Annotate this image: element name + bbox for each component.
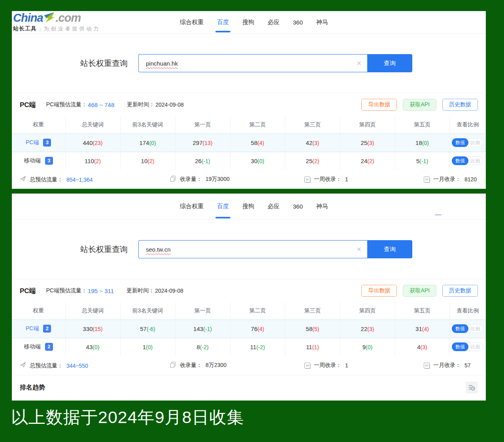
history-data-button[interactable]: 历史数据 [442,99,478,111]
cell-value: 110 [85,158,94,164]
cell-value: 42 [306,139,313,146]
tab-baidu[interactable]: 百度 [217,11,229,33]
value-ratio-toggle[interactable]: 数值比例 [452,342,483,351]
stat-value: 1 [345,362,348,369]
toggle-ratio-option[interactable]: 比例 [468,344,483,350]
cell-delta: (-2) [200,344,209,350]
cell-delta: (2) [147,158,154,164]
cell-delta: (-1) [419,158,428,164]
stat-month-indexed: m一月收录：8120 [424,176,477,183]
cell-delta: (2) [94,158,101,164]
stat-week-indexed: w一周收录：1 [304,176,348,183]
toggle-value-option[interactable]: 数值 [452,156,468,165]
toggle-ratio-option[interactable]: 比例 [468,139,483,146]
tab-bing[interactable]: 必应 [268,11,279,33]
tagline-divider: | [40,26,41,32]
stat-value: 57 [464,362,471,369]
col-page4: 第四页 [340,302,395,320]
tab-shenma[interactable]: 神马 [316,11,328,33]
traffic-value[interactable]: 195 ~ 311 [88,288,114,294]
search-section: 站长权重查询 pinchuan.hk ✕ 查询 [12,34,486,93]
row-label-mobile[interactable]: 移动端 [24,157,41,164]
cell-value: 58 [306,325,313,332]
query-button[interactable]: 查询 [367,54,412,72]
stat-total-traffic: 总预估流量：344~550 [20,362,88,369]
tab-composite-weight[interactable]: 综合权重 [180,194,204,219]
get-api-button[interactable]: 获取API [403,285,436,297]
stat-indexed: 收录量：8万2300 [170,361,227,369]
clear-input-icon[interactable]: ✕ [357,246,362,253]
tab-360[interactable]: 360 [293,194,303,219]
col-total-keywords: 总关键词 [65,116,120,134]
cell-value: 22 [361,325,368,332]
history-data-button[interactable]: 历史数据 [442,285,478,297]
weight-badge: 3 [43,139,51,147]
export-data-button[interactable]: 导出数据 [361,99,397,111]
search-title: 站长权重查询 [80,58,128,69]
toggle-ratio-option[interactable]: 比例 [468,158,483,164]
stat-value[interactable]: 854~1,364 [66,176,93,182]
traffic-value[interactable]: 468 ~ 748 [88,102,114,108]
stat-label: 总预估流量： [30,362,63,369]
get-api-button[interactable]: 获取API [403,99,436,111]
engine-tabs: 综合权重 百度 搜狗 必应 360 神马 [180,194,328,219]
toggle-value-option[interactable]: 数值 [452,138,468,147]
toggle-value-option[interactable]: 数值 [452,324,468,333]
cell-delta: (0) [146,344,153,350]
paper-plane-icon [20,176,26,183]
col-page5: 第五页 [395,302,449,320]
row-label-pc[interactable]: PC端 [26,325,39,332]
cell-value: 43 [86,344,93,350]
tab-sogou[interactable]: 搜狗 [242,194,254,219]
export-data-button[interactable]: 导出数据 [361,285,397,297]
cell-value: 76 [251,325,258,332]
chinaz-logo[interactable]: China.com 站长工具 | 为创业者提供动力 [13,12,100,32]
estimated-traffic: PC端预估流量： 468 ~ 748 [46,101,115,108]
section-title: PC端 [20,286,36,295]
cell-value: 26 [195,158,202,164]
page-canvas: China.com 站长工具 | 为创业者提供动力 综合权重 百度 搜狗 必应 … [0,0,504,442]
history-filter-icon[interactable] [466,382,478,393]
cursor-caret-artifact [435,214,442,215]
toggle-ratio-option[interactable]: 比例 [468,325,483,332]
stat-month-indexed: m一月收录：57 [424,362,471,369]
value-ratio-toggle[interactable]: 数值比例 [452,138,483,147]
cell-delta: (3) [367,326,374,332]
toggle-value-option[interactable]: 数值 [452,342,468,351]
keyword-rank-table: 权重 总关键词 前3名关键词 第一页 第二页 第三页 第四页 第五页 查看比例 … [12,302,486,356]
col-weight: 权重 [12,302,65,320]
value-ratio-toggle[interactable]: 数值比例 [452,324,483,333]
cell-value: 11 [306,344,312,350]
section-actions: 导出数据 获取API 历史数据 [361,99,478,111]
row-label-pc[interactable]: PC端 [26,139,39,146]
data-collected-caption: 以上数据于2024年9月8日收集 [11,406,244,429]
row-label-mobile[interactable]: 移动端 [24,343,41,350]
value-ratio-toggle[interactable]: 数值比例 [452,156,483,165]
tab-baidu[interactable]: 百度 [217,194,229,219]
cell-delta: (4) [422,326,429,332]
domain-input[interactable]: pinchuan.hk ✕ [138,54,367,72]
cell-value: 31 [415,325,422,332]
tab-sogou[interactable]: 搜狗 [242,11,254,33]
cell-value: 11 [250,344,257,350]
stat-value[interactable]: 344~550 [66,362,88,369]
update-time: 更新时间： 2024-09-08 [126,287,183,294]
cell-delta: (0) [366,344,372,350]
tab-bing[interactable]: 必应 [268,194,279,219]
tab-shenma[interactable]: 神马 [316,194,328,219]
tab-composite-weight[interactable]: 综合权重 [180,11,204,33]
summary-stats: 总预估流量：854~1,364 收录量：19万3000 w一周收录：1 m一月收… [12,170,486,189]
cell-value: 18 [415,139,422,146]
traffic-label: PC端预估流量： [46,287,87,294]
stat-value: 8万2300 [206,362,227,369]
clear-input-icon[interactable]: ✕ [357,60,362,67]
tab-360[interactable]: 360 [293,11,303,33]
cell-value: 143 [193,325,203,332]
update-value: 2024-09-08 [155,288,183,294]
pc-section-header: PC端 PC端预估流量： 195 ~ 311 更新时间： 2024-09-08 … [12,279,486,302]
logo-china-text: China [13,11,43,24]
col-page1: 第一页 [175,302,230,320]
query-button[interactable]: 查询 [367,240,412,258]
domain-input[interactable]: seo.tw.cn ✕ [138,240,367,258]
weight-query-panel-2: 综合权重 百度 搜狗 必应 360 神马 站长权重查询 seo.tw.cn ✕ … [12,194,486,401]
